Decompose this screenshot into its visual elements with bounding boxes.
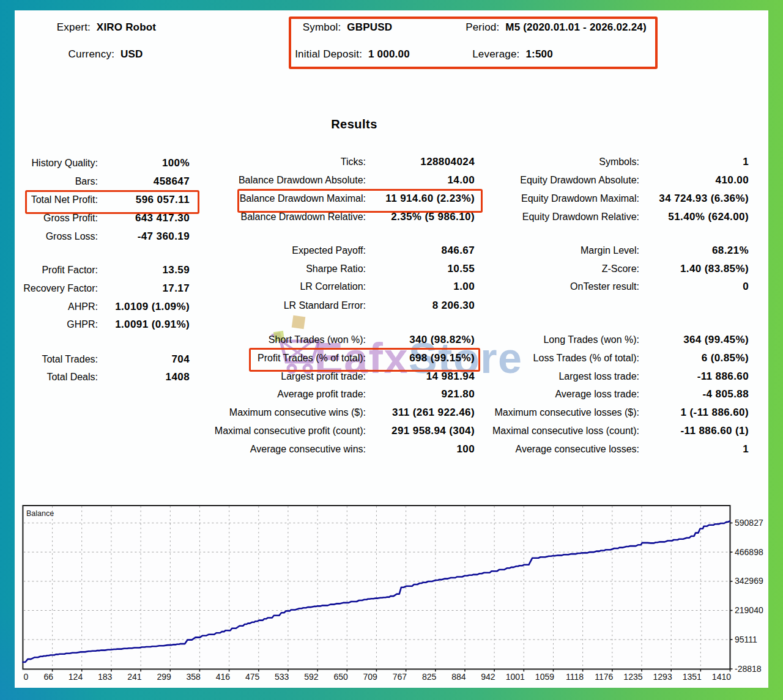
svg-text:767: 767	[393, 672, 407, 682]
svg-text:1410: 1410	[712, 672, 731, 682]
svg-text:592: 592	[304, 672, 319, 682]
svg-text:66: 66	[44, 672, 54, 682]
svg-text:475: 475	[245, 672, 260, 682]
svg-text:241: 241	[127, 672, 142, 682]
svg-text:219040: 219040	[735, 605, 763, 615]
svg-text:942: 942	[481, 672, 495, 682]
svg-text:1059: 1059	[535, 672, 554, 682]
svg-text:884: 884	[451, 672, 466, 682]
svg-text:1176: 1176	[595, 672, 613, 682]
svg-text:0: 0	[24, 672, 29, 682]
svg-text:299: 299	[157, 672, 171, 682]
svg-text:825: 825	[422, 672, 437, 682]
svg-text:416: 416	[216, 672, 231, 682]
svg-text:590827: 590827	[735, 518, 763, 528]
svg-text:342969: 342969	[735, 576, 763, 586]
svg-text:124: 124	[69, 672, 83, 682]
svg-text:1001: 1001	[506, 672, 525, 682]
svg-text:1118: 1118	[566, 672, 584, 682]
svg-text:183: 183	[98, 672, 113, 682]
svg-text:358: 358	[187, 672, 201, 682]
svg-text:533: 533	[275, 672, 289, 682]
svg-text:95111: 95111	[735, 635, 757, 644]
svg-text:1293: 1293	[653, 672, 672, 682]
svg-text:-28818: -28818	[735, 664, 762, 674]
svg-text:466898: 466898	[735, 547, 763, 557]
svg-text:1235: 1235	[623, 672, 642, 682]
svg-text:650: 650	[333, 672, 348, 682]
svg-text:709: 709	[363, 672, 378, 682]
svg-text:1351: 1351	[683, 672, 702, 682]
svg-text:Balance: Balance	[26, 509, 54, 518]
